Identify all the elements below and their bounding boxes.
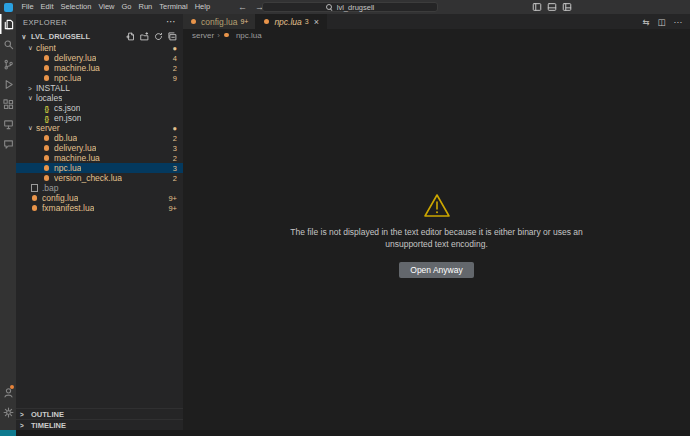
tree-label: config.lua [42,193,78,203]
menu-view[interactable]: View [95,0,118,14]
tree-file-npc-lua[interactable]: npc.lua 9 [16,73,183,83]
menu-help[interactable]: Help [191,0,213,14]
remote-indicator[interactable] [0,430,16,436]
lua-file-icon [263,19,270,24]
vscode-window: File Edit Selection View Go Run Terminal… [0,0,690,436]
menu-bar: File Edit Selection View Go Run Terminal… [18,0,214,14]
menu-selection[interactable]: Selection [57,0,95,14]
chat-icon [3,139,14,150]
tree-badge: ● [168,124,177,133]
tree-folder-server[interactable]: ∨ server ● [16,123,183,133]
generic-file-icon [30,184,39,193]
lua-file-icon [42,135,51,141]
tab-problems-badge: 3 [305,18,309,25]
toggle-sidebar-icon[interactable] [532,2,542,12]
activity-bar [0,14,16,430]
go-back-icon[interactable]: ← [238,2,247,12]
tree-badge: 9+ [164,194,177,203]
tree-file-db-lua[interactable]: db.lua 2 [16,133,183,143]
tree-file-fxmanifest-lua[interactable]: fxmanifest.lua 9+ [16,203,183,213]
explorer-actions [126,32,183,41]
tree-file-npc-lua-server-selected[interactable]: npc.lua 3 [16,163,183,173]
tree-label: npc.lua [54,163,81,173]
editor-actions: ⇆ ◫ ⋯ [642,14,690,29]
tree-badge: 9+ [164,204,177,213]
project-root-row[interactable]: ∨ LVL_DRUGSELL [16,30,183,43]
project-name: LVL_DRUGSELL [31,32,90,41]
sidebar-bottom-panels: > OUTLINE > TIMELINE [16,408,183,430]
accounts-button[interactable] [0,382,16,402]
activity-explorer[interactable] [0,14,16,34]
split-editor-icon[interactable]: ◫ [657,17,665,27]
manage-button[interactable] [0,402,16,422]
open-changes-icon[interactable]: ⇆ [642,17,649,27]
tree-label: version_check.lua [54,173,122,183]
tree-file-machine-lua[interactable]: machine.lua 2 [16,63,183,73]
breadcrumb-file[interactable]: npc.lua [236,31,262,40]
tree-file-bap[interactable]: .bap [16,183,183,193]
tree-badge: 2 [169,134,177,143]
lua-file-icon [30,195,39,201]
open-anyway-button[interactable]: Open Anyway [399,262,473,278]
activity-bar-bottom [0,382,16,422]
lua-file-icon [190,19,197,24]
customize-layout-icon[interactable] [562,2,572,12]
tree-label: db.lua [54,133,77,143]
binary-file-message: The file is not displayed in the text ed… [272,227,602,251]
vscode-logo-icon [4,3,13,12]
close-icon[interactable]: × [314,17,319,27]
menu-run[interactable]: Run [135,0,156,14]
tree-file-cs-json[interactable]: {} cs.json [16,103,183,113]
new-folder-icon[interactable] [140,32,149,41]
breadcrumb-folder[interactable]: server [192,31,214,40]
tree-label: server [36,123,60,133]
tree-file-en-json[interactable]: {} en.json [16,113,183,123]
outline-panel-header[interactable]: > OUTLINE [16,408,183,419]
tab-config-lua[interactable]: config.lua 9+ [183,14,256,29]
git-branch-icon [3,59,14,70]
activity-source-control[interactable] [0,54,16,74]
tree-file-delivery-lua[interactable]: delivery.lua 4 [16,53,183,63]
tree-badge: 3 [169,144,177,153]
tree-badge: ● [168,44,177,53]
timeline-label: TIMELINE [31,421,66,430]
activity-remote-explorer[interactable] [0,114,16,134]
tree-folder-client[interactable]: ∨ client ● [16,43,183,53]
new-file-icon[interactable] [126,32,135,41]
menu-edit[interactable]: Edit [37,0,57,14]
lua-file-icon [30,205,39,211]
explorer-sidebar: EXPLORER ⋯ ∨ LVL_DRUGSELL ∨ client ● del… [16,14,183,430]
activity-extensions[interactable] [0,94,16,114]
run-debug-icon [3,79,14,90]
tree-file-delivery-lua-server[interactable]: delivery.lua 3 [16,143,183,153]
tree-label: delivery.lua [54,53,96,63]
menu-file[interactable]: File [18,0,37,14]
outline-label: OUTLINE [31,410,64,419]
collapse-all-icon[interactable] [168,32,177,41]
menu-terminal[interactable]: Terminal [156,0,191,14]
chevron-down-icon: ∨ [28,124,36,132]
tree-badge: 2 [169,64,177,73]
tree-badge: 4 [169,54,177,63]
toggle-panel-icon[interactable] [547,2,557,12]
command-center[interactable]: lvl_drugsell [262,2,438,12]
tab-npc-lua[interactable]: npc.lua 3 × [256,14,327,29]
tree-file-version-check-lua[interactable]: version_check.lua 2 [16,173,183,183]
tree-folder-install[interactable]: > INSTALL [16,83,183,93]
activity-search[interactable] [0,34,16,54]
tree-file-config-lua[interactable]: config.lua 9+ [16,193,183,203]
tab-label: npc.lua [274,17,301,27]
gear-icon [3,407,14,418]
tree-label: en.json [54,113,81,123]
refresh-icon[interactable] [154,32,163,41]
more-actions-icon[interactable]: ⋯ [166,17,176,27]
tree-label: INSTALL [36,83,70,93]
more-actions-icon[interactable]: ⋯ [674,17,683,27]
timeline-panel-header[interactable]: > TIMELINE [16,419,183,430]
tree-folder-locales[interactable]: ∨ locales [16,93,183,103]
activity-chat[interactable] [0,134,16,154]
menu-go[interactable]: Go [118,0,135,14]
activity-run-debug[interactable] [0,74,16,94]
history-nav: ← → [238,0,264,14]
tree-file-machine-lua-server[interactable]: machine.lua 2 [16,153,183,163]
